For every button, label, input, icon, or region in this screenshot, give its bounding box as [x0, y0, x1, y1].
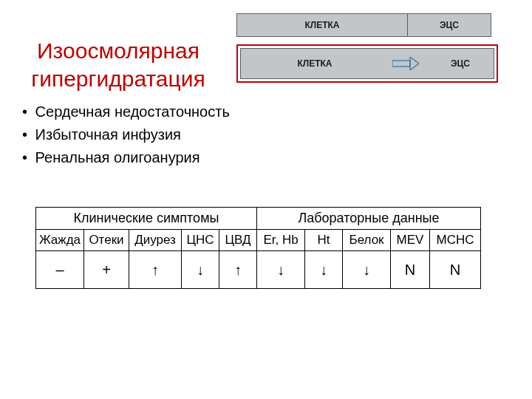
cell-value: ↓ [182, 251, 219, 289]
cell-value: ↑ [219, 251, 257, 289]
group-header-lab: Лабораторные данные [257, 208, 481, 230]
cell-value: ↑ [129, 251, 182, 289]
col-header: Диурез [129, 230, 182, 251]
slide-title: Изоосмолярная гипергидратация [0, 37, 236, 92]
cell-label: КЛЕТКА [304, 20, 339, 30]
cell-label: КЛЕТКА [297, 58, 332, 69]
cell-value: ↓ [305, 251, 343, 289]
bullet-dot-icon: • [22, 149, 31, 166]
clinical-lab-table: Клинические симптомы Лабораторные данные… [35, 207, 481, 289]
slide: Изоосмолярная гипергидратация • Сердечна… [0, 0, 532, 399]
cell-compartment-box: КЛЕТКА [236, 13, 408, 37]
ecs-compartment-box: ЭЦС [427, 49, 494, 78]
list-item: • Сердечная недостаточность [22, 103, 230, 120]
col-header: ЦВД [219, 230, 257, 251]
col-header: Отеки [84, 230, 129, 251]
col-header: MEV [391, 230, 430, 251]
ecs-label: ЭЦС [451, 58, 470, 69]
table-header-row: Жажда Отеки Диурез ЦНС ЦВД Er, Hb Ht Бел… [36, 230, 481, 251]
table-group-row: Клинические симптомы Лабораторные данные [36, 208, 481, 230]
bullet-list: • Сердечная недостаточность • Избыточная… [22, 103, 230, 172]
cell-value: + [84, 251, 129, 289]
bullet-dot-icon: • [22, 103, 31, 120]
ecs-compartment-box: ЭЦС [408, 13, 491, 37]
col-header: Белок [343, 230, 391, 251]
list-item: • Избыточная инфузия [22, 126, 230, 143]
svg-rect-0 [392, 61, 410, 66]
diagram-row-expanded: КЛЕТКА ЭЦС [240, 48, 494, 79]
cell-compartment-box: КЛЕТКА [241, 49, 389, 78]
compartment-diagram: КЛЕТКА ЭЦС КЛЕТКА ЭЦС [236, 13, 502, 83]
bullet-text: Избыточная инфузия [35, 126, 181, 143]
bullet-text: Ренальная олигоанурия [35, 149, 200, 166]
list-item: • Ренальная олигоанурия [22, 149, 230, 166]
diagram-row-highlighted: КЛЕТКА ЭЦС [236, 44, 498, 83]
bullet-dot-icon: • [22, 126, 31, 143]
cell-value: ↓ [257, 251, 305, 289]
col-header: Er, Hb [257, 230, 305, 251]
title-line1: Изоосмолярная [37, 38, 200, 63]
col-header: MCHC [430, 230, 481, 251]
arrow-right-icon [392, 57, 419, 70]
col-header: ЦНС [182, 230, 219, 251]
table-value-row: – + ↑ ↓ ↑ ↓ ↓ ↓ N N [36, 251, 481, 289]
cell-value: N [430, 251, 481, 289]
col-header: Жажда [36, 230, 84, 251]
cell-value: – [36, 251, 84, 289]
bullet-text: Сердечная недостаточность [35, 103, 230, 120]
diagram-row-normal: КЛЕТКА ЭЦС [236, 13, 502, 37]
cell-value: ↓ [343, 251, 391, 289]
title-line2: гипергидратация [31, 66, 205, 91]
col-header: Ht [305, 230, 343, 251]
cell-value: N [391, 251, 430, 289]
group-header-clinical: Клинические симптомы [36, 208, 257, 230]
ecs-label: ЭЦС [440, 20, 459, 30]
svg-marker-1 [410, 57, 419, 70]
